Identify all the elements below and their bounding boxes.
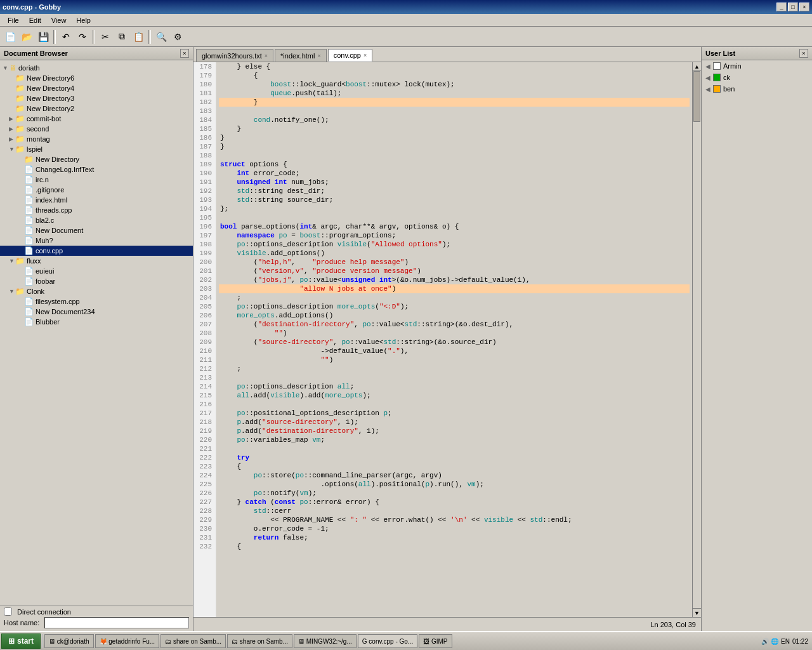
user-color-swatch (713, 74, 721, 81)
tab-bar: glomwin32hours.txt × *index.html × conv.… (193, 47, 701, 62)
tree-item-gitignore[interactable]: 📄 .gitignore (0, 185, 193, 195)
tree-item-clonk[interactable]: ▼ 📁 Clonk (0, 286, 193, 296)
tree-label: doriath (18, 64, 40, 72)
tree-label: bla2.c (36, 216, 54, 224)
close-button[interactable]: × (799, 3, 809, 11)
tree-area[interactable]: ▼ 🖥 doriath 📁 New Directory6 📁 New Direc… (0, 60, 193, 606)
code-editor[interactable]: } else { { boost::lock_guard<boost::mute… (216, 62, 692, 617)
user-color-swatch (713, 85, 721, 93)
code-line: boost::lock_guard<boost::mutex> lock(mut… (219, 80, 690, 89)
taskbar-item-gobby[interactable]: G conv.cpp - Go... (358, 634, 417, 648)
tree-item-newdir2[interactable]: 📁 New Directory2 (0, 103, 193, 114)
taskbar-item-gimp[interactable]: 🖼 GIMP (419, 634, 452, 648)
tree-item-changelog[interactable]: 📄 ChangeLog.InfText (0, 164, 193, 175)
expand-icon: ▶ (9, 126, 15, 132)
tree-item-fluxx[interactable]: ▼ 📁 fluxx (0, 256, 193, 266)
new-button[interactable]: 📄 (3, 29, 18, 44)
line-number: 207 (197, 320, 212, 329)
preferences-button[interactable]: ⚙ (170, 29, 185, 44)
hostname-label: Host name: (4, 619, 39, 627)
line-number: 190 (197, 169, 212, 178)
user-name: ck (723, 74, 730, 81)
start-icon: ⊞ (8, 637, 15, 646)
scroll-down-button[interactable]: ▼ (693, 608, 701, 617)
tree-item-newdoc234[interactable]: 📄 New Document234 (0, 307, 193, 317)
menu-help[interactable]: Help (71, 15, 96, 25)
start-button[interactable]: ⊞ start (1, 633, 41, 649)
tree-label: New Directory (36, 156, 79, 163)
tree-item-ircn[interactable]: 📄 irc.n (0, 175, 193, 185)
tree-item-newdoc[interactable]: 📄 New Document (0, 225, 193, 235)
tree-item-newdir6[interactable]: 📁 New Directory6 (0, 73, 193, 83)
code-line: all.add(visible).add(more_opts); (219, 391, 690, 400)
menu-view[interactable]: View (46, 15, 72, 25)
taskbar-item-samba1[interactable]: 🗂 share on Samb... (160, 634, 226, 648)
main-layout: Document Browser × ▼ 🖥 doriath 📁 New Dir… (0, 47, 812, 631)
tree-item-convcpp[interactable]: 📄 conv.cpp (0, 246, 193, 256)
tab-close-icon[interactable]: × (363, 52, 367, 58)
toolbar-separator-2 (93, 30, 95, 44)
tab-indexhtml[interactable]: *index.html × (275, 49, 327, 62)
tree-item-lspiel[interactable]: ▼ 📁 lspiel (0, 144, 193, 154)
scroll-up-button[interactable]: ▲ (693, 62, 701, 71)
tab-close-icon[interactable]: × (265, 53, 268, 59)
direct-connection-checkbox[interactable] (4, 607, 12, 616)
line-number: 181 (197, 89, 212, 98)
tree-item-newdir[interactable]: 📁 New Directory (0, 154, 193, 164)
code-line: struct options { (219, 160, 690, 169)
code-line: po::positional_options_description p; (219, 409, 690, 418)
menu-file[interactable]: File (3, 15, 24, 25)
folder-icon: 📁 (15, 114, 25, 123)
code-line: ("jobs,j", po::value<unsigned int>(&o.nu… (219, 275, 690, 284)
user-list-close[interactable]: × (799, 49, 808, 58)
tree-item-commitbot[interactable]: ▶ 📁 commit-bot (0, 114, 193, 124)
editor-scrollbar[interactable]: ▲ ▼ (692, 62, 701, 617)
paste-button[interactable]: 📋 (131, 29, 146, 44)
tree-item-threadscpp[interactable]: 📄 threads.cpp (0, 205, 193, 215)
copy-button[interactable]: ⧉ (114, 29, 129, 44)
taskbar-item-samba2[interactable]: 🗂 share on Samb... (227, 634, 292, 648)
tab-convcpp[interactable]: conv.cpp × (328, 49, 372, 62)
open-button[interactable]: 📂 (19, 29, 34, 44)
taskbar-item-ck[interactable]: 🖥 ck@doriath (44, 634, 94, 648)
tree-item-indexhtml[interactable]: 📄 index.html (0, 195, 193, 205)
save-button[interactable]: 💾 (36, 29, 51, 44)
tree-item-filesystemcpp[interactable]: 📄 filesystem.cpp (0, 296, 193, 307)
tree-item-muh[interactable]: 📄 Muh? (0, 235, 193, 246)
tree-item-newdir4[interactable]: 📁 New Directory4 (0, 83, 193, 93)
doc-browser-close[interactable]: × (180, 49, 189, 58)
tree-item-blubber[interactable]: 📄 Blubber (0, 317, 193, 327)
tree-item-foobar[interactable]: 📄 foobar (0, 276, 193, 286)
code-line: std::cerr (219, 507, 690, 515)
hostname-input[interactable] (44, 617, 189, 628)
undo-button[interactable]: ↶ (58, 29, 74, 44)
code-line: } catch (const po::error& error) { (219, 498, 690, 507)
taskbar: ⊞ start 🖥 ck@doriath 🦊 getaddrinfo Fu...… (0, 631, 812, 650)
tree-label: New Document234 (36, 308, 95, 315)
line-number: 191 (197, 178, 212, 187)
folder-icon: 📁 (15, 104, 25, 113)
maximize-button[interactable]: □ (788, 3, 798, 11)
tree-label: threads.cpp (36, 206, 72, 214)
tree-item-newdir3[interactable]: 📁 New Directory3 (0, 93, 193, 103)
redo-button[interactable]: ↷ (75, 29, 90, 44)
taskbar-item-mingw[interactable]: 🖥 MINGW32:~/g... (294, 634, 357, 648)
tree-item-euieui[interactable]: 📄 euieui (0, 266, 193, 276)
tree-item-doriath[interactable]: ▼ 🖥 doriath (0, 63, 193, 73)
tree-item-second[interactable]: ▶ 📁 second (0, 124, 193, 134)
cut-button[interactable]: ✂ (98, 29, 113, 44)
direct-connection-row: Direct connection (4, 607, 189, 616)
tree-label: New Directory2 (27, 105, 74, 112)
code-line: int error_code; (219, 169, 690, 178)
tab-close-icon[interactable]: × (317, 53, 320, 59)
folder-icon: 📁 (15, 135, 25, 143)
tree-item-bla2c[interactable]: 📄 bla2.c (0, 215, 193, 225)
minimize-button[interactable]: _ (776, 3, 787, 11)
line-number: 204 (197, 293, 212, 302)
menu-edit[interactable]: Edit (24, 15, 46, 25)
find-button[interactable]: 🔍 (154, 29, 169, 44)
taskbar-item-firefox1[interactable]: 🦊 getaddrinfo Fu... (95, 634, 160, 648)
tab-glomwin32hours[interactable]: glomwin32hours.txt × (196, 49, 273, 62)
scrollbar-thumb[interactable] (693, 71, 700, 122)
tree-item-montag[interactable]: ▶ 📁 montag (0, 134, 193, 144)
